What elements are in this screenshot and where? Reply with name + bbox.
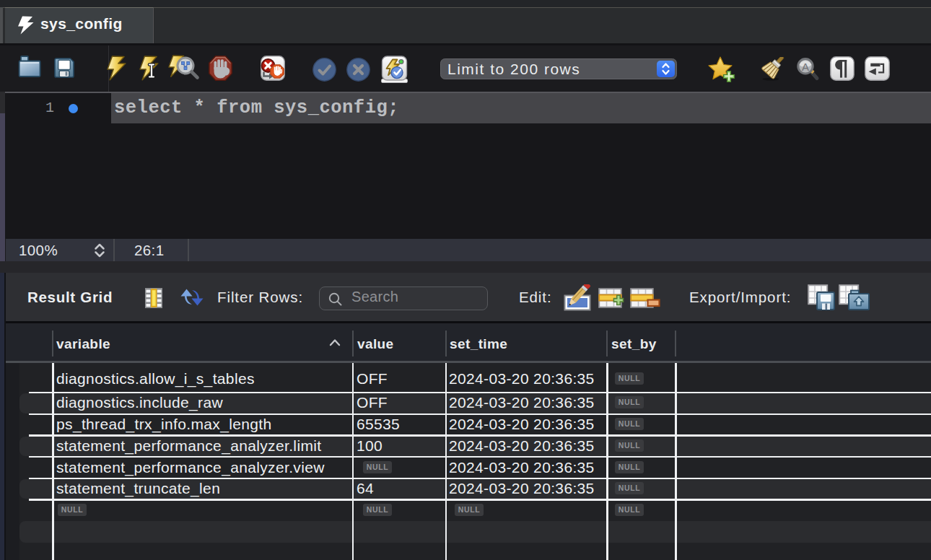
svg-text:A: A	[802, 61, 809, 73]
